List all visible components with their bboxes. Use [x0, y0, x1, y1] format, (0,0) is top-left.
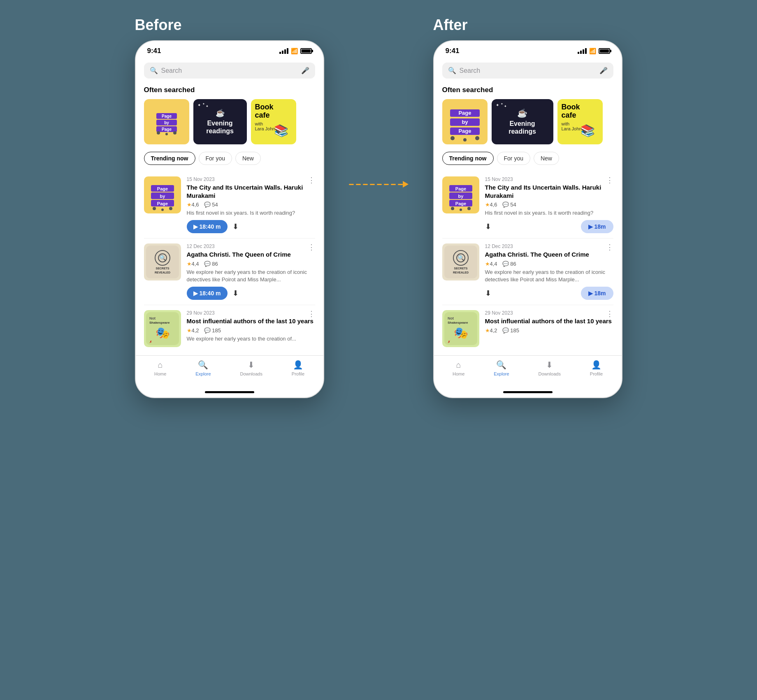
svg-text:✗: ✗ [448, 340, 450, 344]
podcast-thumb-1-after[interactable]: Page by Page [442, 176, 479, 213]
more-button-3-before[interactable]: ⋮ [308, 310, 315, 318]
status-icons-after: 📶 [578, 48, 610, 54]
play-button-2-after[interactable]: ▶ 18m [581, 287, 613, 300]
card-evening-after[interactable]: ☕ Eveningreadings ✦ ✦ ✦ [492, 99, 553, 144]
search-bar-before[interactable]: 🔍 Search 🎤 [144, 63, 315, 79]
rating-3-after: ★4,2 [485, 327, 497, 334]
nav-explore-before[interactable]: 🔍 Explore [195, 360, 211, 376]
home-icon-after: ⌂ [456, 360, 461, 370]
podcast-date-2-after: 12 Dec 2023 [485, 243, 613, 249]
tab-for-you-after[interactable]: For you [497, 152, 530, 165]
card-page-by-page-before[interactable]: Page Page by Page [144, 99, 189, 144]
comments-2-after: 💬 86 [502, 261, 516, 267]
podcast-desc-2-before: We explore her early years to the creati… [187, 269, 315, 283]
podcast-date-1-after: 15 Nov 2023 [485, 176, 613, 182]
tab-for-you-before[interactable]: For you [199, 152, 232, 165]
svg-text:Not: Not [149, 316, 156, 320]
mic-icon-before[interactable]: 🎤 [301, 67, 309, 74]
tab-new-before[interactable]: New [235, 152, 261, 165]
phone-content-before: 🔍 Search 🎤 Often searched Page [136, 58, 323, 352]
svg-text:Page: Page [162, 127, 172, 132]
svg-text:✦: ✦ [197, 103, 201, 107]
nav-home-before[interactable]: ⌂ Home [154, 360, 166, 376]
svg-text:🔍: 🔍 [457, 255, 464, 262]
tabs-before: Trending now For you New [144, 152, 315, 165]
download-button-2-before[interactable]: ⬇ [232, 289, 239, 298]
podcast-thumb-2-after[interactable]: 🔍 SECRETS REVEALED [442, 243, 479, 280]
more-button-1-after[interactable]: ⋮ [606, 176, 613, 184]
podcast-thumb-3-after[interactable]: Not Shakespeare 🎭 ✗ [442, 310, 479, 347]
podcast-date-1-before: 15 Nov 2023 [187, 176, 315, 182]
svg-text:SECRETS: SECRETS [156, 267, 169, 270]
download-button-1-after[interactable]: ⬇ [485, 222, 491, 231]
status-bar-after: 9:41 📶 [434, 41, 622, 58]
dashed-line [349, 184, 403, 185]
svg-text:Shakespeare: Shakespeare [448, 321, 468, 325]
svg-text:by: by [160, 194, 165, 199]
play-button-1-after[interactable]: ▶ 18m [581, 220, 613, 233]
svg-text:✦: ✦ [496, 103, 499, 107]
nav-profile-after[interactable]: 👤 Profile [590, 360, 603, 376]
mic-icon-after[interactable]: 🎤 [599, 67, 608, 74]
podcast-info-1-before: 15 Nov 2023 The City and Its Uncertain W… [187, 176, 315, 233]
podcast-desc-1-before: His first novel in six years. Is it wort… [187, 209, 315, 217]
nav-home-after[interactable]: ⌂ Home [453, 360, 464, 376]
battery-icon-before [300, 48, 312, 54]
tab-new-after[interactable]: New [534, 152, 559, 165]
podcast-meta-2-after: ★4,4 💬 86 [485, 261, 613, 267]
card-book-cafe-after[interactable]: Bookcafe withLara Johns 📚 [557, 99, 603, 144]
bottom-nav-after: ⌂ Home 🔍 Explore ⬇ Downloads 👤 Profile [434, 355, 622, 389]
dashed-arrow [349, 181, 409, 188]
card-book-cafe-before[interactable]: Bookcafe withLara Johns 📚 [251, 99, 296, 144]
svg-point-57 [451, 207, 454, 210]
podcast-desc-1-after: His first novel in six years. Is it wort… [485, 209, 613, 217]
svg-point-45 [475, 136, 479, 140]
play-button-1-before[interactable]: ▶ 18:40 m [187, 220, 228, 233]
download-button-1-before[interactable]: ⬇ [232, 222, 239, 231]
before-section: Before 9:41 📶 🔍 Sear [135, 16, 324, 398]
nav-downloads-before[interactable]: ⬇ Downloads [240, 360, 262, 376]
nav-label-downloads-after: Downloads [538, 371, 560, 376]
podcast-title-1-before: The City and Its Uncertain Walls. Haruki… [187, 183, 315, 199]
svg-text:Page: Page [157, 186, 167, 191]
podcast-date-3-after: 29 Nov 2023 [485, 310, 613, 316]
podcast-thumb-3-before[interactable]: Not Shakespeare 🎭 ✗ [144, 310, 181, 347]
download-nav-icon-before: ⬇ [248, 360, 255, 370]
nav-profile-before[interactable]: 👤 Profile [292, 360, 304, 376]
podcast-item-2-before: 🔍 SECRETS REVEALED 12 Dec 2023 Agatha Ch… [144, 239, 315, 305]
podcast-title-2-after: Agatha Christi. The Queen of Crime [485, 250, 613, 259]
card-evening-before[interactable]: ☕ Eveningreadings ✦ ✦ ✦ [193, 99, 247, 144]
svg-point-58 [460, 209, 462, 211]
status-time-before: 9:41 [147, 47, 161, 55]
comments-1-before: 💬 54 [204, 202, 218, 208]
nav-label-downloads-before: Downloads [240, 371, 262, 376]
bottom-nav-before: ⌂ Home 🔍 Explore ⬇ Downloads 👤 Profile [136, 355, 323, 389]
svg-text:Page: Page [458, 110, 471, 116]
tab-trending-before[interactable]: Trending now [144, 152, 195, 165]
arrow-head [403, 181, 409, 188]
more-button-3-after[interactable]: ⋮ [606, 310, 613, 318]
podcast-thumb-2-before[interactable]: 🔍 SECRETS REVEALED [144, 243, 181, 280]
svg-point-23 [161, 209, 164, 211]
svg-text:Page: Page [455, 201, 466, 206]
search-bar-after[interactable]: 🔍 Search 🎤 [442, 63, 613, 79]
podcast-thumb-1-before[interactable]: Page by Page [144, 176, 181, 213]
more-button-2-after[interactable]: ⋮ [606, 243, 613, 251]
more-button-2-before[interactable]: ⋮ [308, 243, 315, 251]
card-page-by-page-after[interactable]: Page by Page [442, 99, 488, 144]
nav-explore-after[interactable]: 🔍 Explore [494, 360, 509, 376]
pbp-artwork-before: Page Page by Page [152, 107, 181, 136]
podcast-title-3-before: Most influential authors of the last 10 … [187, 317, 315, 325]
play-button-2-before[interactable]: ▶ 18:40 m [187, 287, 228, 300]
svg-text:Page: Page [157, 201, 167, 206]
podcast-info-2-after: 12 Dec 2023 Agatha Christi. The Queen of… [485, 243, 613, 300]
more-button-1-before[interactable]: ⋮ [308, 176, 315, 184]
nav-downloads-after[interactable]: ⬇ Downloads [538, 360, 560, 376]
svg-point-24 [169, 207, 172, 210]
often-searched-title-after: Often searched [442, 86, 613, 94]
svg-text:Page: Page [458, 128, 471, 134]
svg-text:🎭: 🎭 [453, 326, 468, 340]
tab-trending-after[interactable]: Trending now [442, 152, 494, 165]
profile-nav-icon-after: 👤 [591, 360, 601, 370]
download-button-2-after[interactable]: ⬇ [485, 289, 491, 298]
